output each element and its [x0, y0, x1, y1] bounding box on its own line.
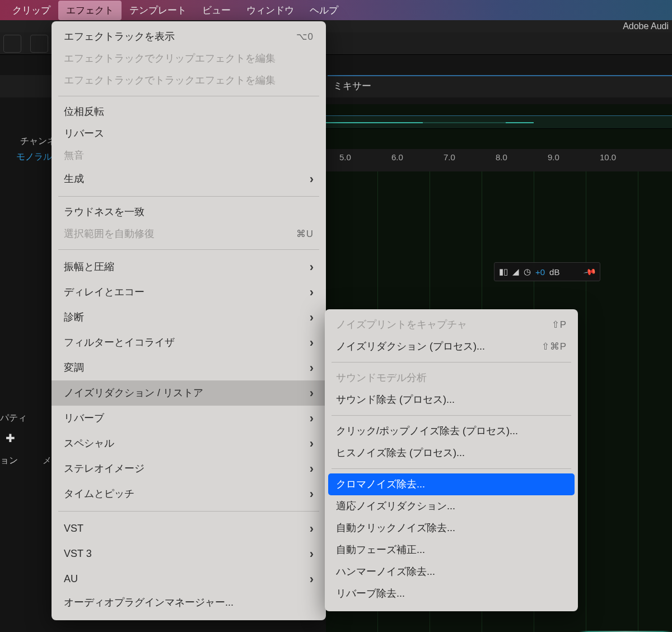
menu-item-label: 変調	[64, 360, 84, 375]
menu-item-タイムとピッチ[interactable]: タイムとピッチ	[52, 481, 326, 506]
submenu-item-クロマノイズ除去...[interactable]: クロマノイズ除去...	[328, 473, 575, 495]
signal-icon: ◢	[512, 267, 519, 277]
chevron-right-icon	[310, 485, 314, 503]
menu-item-変調[interactable]: 変調	[52, 355, 326, 380]
menu-エフェクト[interactable]: エフェクト	[58, 1, 122, 20]
divider	[328, 75, 672, 76]
menu-item-label: 選択範囲を自動修復	[64, 226, 155, 241]
menu-item-label: ノイズリダクション / リストア	[64, 385, 203, 401]
menu-クリップ[interactable]: クリップ	[4, 1, 58, 20]
submenu-item-リバーブ除去...[interactable]: リバーブ除去...	[325, 583, 578, 605]
menu-item-エフェクトラックを表示[interactable]: エフェクトラックを表示⌥0	[52, 26, 326, 48]
tick: 8.0	[496, 152, 507, 162]
chevron-right-icon	[310, 258, 314, 276]
tool-marquee[interactable]	[30, 35, 48, 53]
menu-item-label: VST 3	[64, 546, 92, 561]
menu-item-label: 自動フェーズ補正...	[336, 542, 425, 557]
menu-item-ノイズリダクション / リストア[interactable]: ノイズリダクション / リストア	[52, 380, 326, 406]
menu-item-位相反転[interactable]: 位相反転	[52, 101, 326, 123]
chevron-right-icon	[310, 459, 314, 478]
menu-item-ディレイとエコー[interactable]: ディレイとエコー	[52, 280, 326, 305]
menu-item-リバース[interactable]: リバース	[52, 123, 326, 145]
menu-item-label: 自動クリックノイズ除去...	[336, 521, 455, 536]
menu-item-label: エフェクトラックでクリップエフェクトを編集	[64, 51, 276, 66]
chevron-right-icon	[310, 570, 314, 588]
menu-item-VST[interactable]: VST	[52, 516, 326, 541]
menu-item-ステレオイメージ[interactable]: ステレオイメージ	[52, 456, 326, 481]
shortcut: ⇧P	[552, 318, 567, 332]
menu-item-label: 生成	[64, 171, 84, 187]
menu-item-フィルターとイコライザ[interactable]: フィルターとイコライザ	[52, 330, 326, 355]
menu-ヘルプ[interactable]: ヘルプ	[302, 1, 346, 20]
menu-item-label: サウンド除去 (プロセス)...	[336, 392, 455, 407]
chevron-right-icon	[310, 434, 314, 453]
submenu-item-サウンド除去 (プロセス)...[interactable]: サウンド除去 (プロセス)...	[325, 389, 578, 411]
menu-item-label: ハンマーノイズ除去...	[336, 564, 435, 579]
menu-item-生成[interactable]: 生成	[52, 166, 326, 192]
menu-item-label: エフェクトラックでトラックエフェクトを編集	[64, 73, 276, 88]
shortcut: ⌥0	[296, 30, 314, 44]
monoral-label[interactable]: モノラル	[16, 151, 52, 163]
pin-icon[interactable]: 📌	[583, 264, 598, 279]
chevron-right-icon	[310, 333, 314, 352]
menu-item-label: 位相反転	[64, 104, 104, 119]
app-title-text: Adobe Audi	[623, 21, 669, 31]
menu-item-リバーブ[interactable]: リバーブ	[52, 406, 326, 431]
menu-item-VST 3[interactable]: VST 3	[52, 541, 326, 566]
submenu-item-自動フェーズ補正...[interactable]: 自動フェーズ補正...	[325, 539, 578, 561]
noise-reduction-submenu[interactable]: ノイズプリントをキャプチャ⇧Pノイズリダクション (プロセス)...⇧⌘Pサウン…	[325, 309, 578, 611]
submenu-item-ノイズリダクション (プロセス)...[interactable]: ノイズリダクション (プロセス)...⇧⌘P	[325, 336, 578, 357]
menu-item-label: フィルターとイコライザ	[64, 335, 175, 350]
effects-dropdown[interactable]: エフェクトラックを表示⌥0エフェクトラックでクリップエフェクトを編集エフェクトラ…	[52, 21, 326, 620]
chevron-right-icon	[310, 545, 314, 563]
menu-テンプレート[interactable]: テンプレート	[122, 1, 194, 20]
menu-item-振幅と圧縮[interactable]: 振幅と圧縮	[52, 254, 326, 280]
submenu-item-ハンマーノイズ除去...[interactable]: ハンマーノイズ除去...	[325, 561, 578, 583]
menu-item-label: ノイズリダクション (プロセス)...	[336, 339, 485, 354]
mixer-tab[interactable]: ミキサー	[333, 80, 371, 92]
tick: 5.0	[339, 152, 351, 162]
menu-item-label: VST	[64, 521, 83, 536]
menu-item-label: サウンドモデル分析	[336, 370, 427, 385]
tick: 6.0	[391, 152, 403, 162]
timeline-ruler[interactable]: 5.06.07.08.09.010.0	[326, 149, 672, 171]
gain-unit: dB	[549, 267, 559, 277]
chevron-right-icon	[310, 308, 314, 327]
menu-item-label: 振幅と圧縮	[64, 259, 114, 275]
menu-item-オーディオプラグインマネージャー...[interactable]: オーディオプラグインマネージャー...	[52, 592, 326, 614]
tool-waveform[interactable]	[3, 35, 21, 53]
menu-item-ラウドネスを一致[interactable]: ラウドネスを一致	[52, 201, 326, 223]
menu-item-無音: 無音	[52, 145, 326, 166]
tick: 9.0	[548, 152, 559, 162]
menu-item-エフェクトラックでクリップエフェクトを編集: エフェクトラックでクリップエフェクトを編集	[52, 48, 326, 69]
chevron-right-icon	[310, 384, 314, 402]
tick: 10.0	[600, 152, 616, 162]
channels-label: チャンネ	[20, 136, 56, 147]
plus-icon[interactable]: ✚	[6, 431, 15, 445]
chevron-right-icon	[310, 519, 314, 538]
submenu-item-サウンドモデル分析: サウンドモデル分析	[325, 367, 578, 389]
chevron-right-icon	[310, 283, 314, 301]
me-label: メ	[43, 455, 52, 467]
menu-item-label: 無音	[64, 148, 84, 163]
menu-ウィンドウ[interactable]: ウィンドウ	[239, 1, 302, 20]
submenu-item-クリック/ポップノイズ除去 (プロセス)...[interactable]: クリック/ポップノイズ除去 (プロセス)...	[325, 420, 578, 442]
gain-indicator[interactable]: ▮▯ ◢ ◷ +0 dB 📌	[494, 262, 600, 281]
submenu-item-自動クリックノイズ除去...[interactable]: 自動クリックノイズ除去...	[325, 517, 578, 539]
shortcut: ⇧⌘P	[542, 340, 567, 354]
menu-item-診断[interactable]: 診断	[52, 305, 326, 330]
menu-item-AU[interactable]: AU	[52, 566, 326, 592]
menu-item-label: ラウドネスを一致	[64, 205, 144, 220]
menu-item-label: クリック/ポップノイズ除去 (プロセス)...	[336, 424, 518, 439]
menu-item-スペシャル[interactable]: スペシャル	[52, 431, 326, 456]
menu-ビュー[interactable]: ビュー	[194, 1, 239, 20]
menu-item-label: タイムとピッチ	[64, 486, 134, 501]
ion-label: ョン	[0, 455, 18, 467]
submenu-item-適応ノイズリダクション...[interactable]: 適応ノイズリダクション...	[325, 495, 578, 517]
menu-item-label: クロマノイズ除去...	[336, 477, 425, 492]
menu-item-label: スペシャル	[64, 436, 114, 451]
waveform-overview[interactable]	[326, 115, 672, 129]
submenu-item-ヒスノイズ除去 (プロセス)...[interactable]: ヒスノイズ除去 (プロセス)...	[325, 442, 578, 464]
menu-item-label: リバース	[64, 126, 104, 141]
gain-value: +0	[535, 267, 545, 277]
